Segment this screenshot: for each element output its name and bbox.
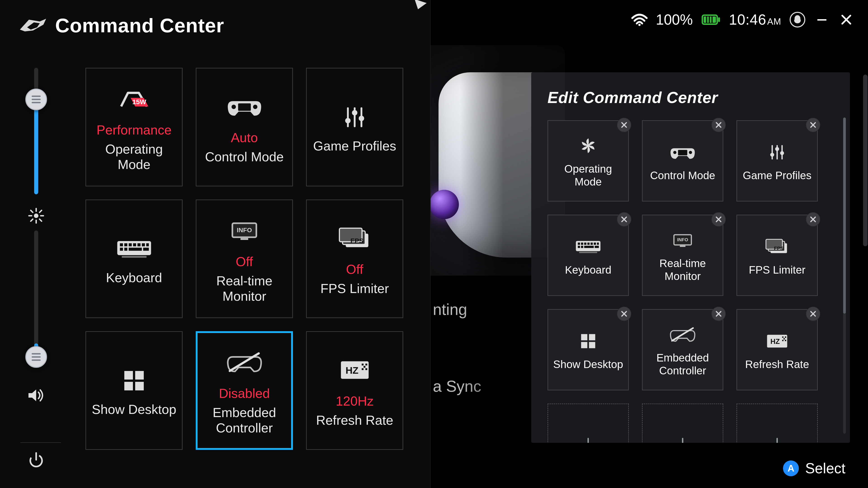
volume-slider-track[interactable]: [34, 230, 38, 357]
edit-tile-label: Keyboard: [565, 264, 611, 276]
minimize-button[interactable]: [814, 11, 830, 28]
edit-tile-label: Control Mode: [650, 169, 715, 182]
svg-rect-52: [124, 382, 133, 390]
svg-rect-93: [589, 334, 595, 340]
sliders-icon: [768, 140, 786, 165]
svg-rect-100: [785, 336, 786, 338]
svg-rect-37: [146, 243, 149, 247]
tile-fps-limiter[interactable]: FPS Off FPS Limiter: [306, 199, 403, 318]
side-rail: [23, 68, 50, 461]
svg-line-17: [31, 219, 33, 221]
desktop-icon: [122, 364, 147, 398]
edit-tile-show-desktop[interactable]: Show Desktop: [548, 309, 629, 390]
add-tile-slot[interactable]: [737, 403, 818, 443]
edit-tile-operating-mode[interactable]: Operating Mode: [548, 120, 629, 201]
remove-tile-button[interactable]: [711, 212, 726, 227]
tile-embedded-controller[interactable]: Disabled Embedded Controller: [196, 331, 293, 450]
svg-text:HZ: HZ: [345, 365, 358, 376]
remove-tile-button[interactable]: [711, 306, 726, 321]
svg-rect-74: [581, 242, 583, 245]
brightness-slider-knob[interactable]: [25, 89, 47, 110]
remove-tile-button[interactable]: [617, 306, 631, 321]
svg-point-70: [775, 147, 779, 151]
svg-rect-45: [241, 238, 248, 240]
page-scrollbar[interactable]: [863, 74, 868, 246]
svg-rect-73: [578, 242, 580, 245]
remove-tile-button[interactable]: [806, 306, 820, 321]
svg-rect-51: [135, 371, 144, 380]
edit-tile-label: FPS Limiter: [749, 264, 806, 276]
hz-icon: HZ: [339, 353, 371, 387]
svg-rect-3: [718, 18, 720, 22]
tile-realtime-monitor[interactable]: INFO Off Real-time Monitor: [196, 199, 293, 318]
rail-divider: [20, 442, 61, 443]
tile-show-desktop[interactable]: Show Desktop: [86, 331, 183, 450]
brightness-slider-track[interactable]: [34, 68, 38, 194]
svg-rect-78: [594, 242, 596, 245]
svg-line-54: [230, 353, 258, 371]
panel-collapse-arrow-icon[interactable]: [412, 0, 427, 11]
add-tile-slot[interactable]: [548, 403, 629, 443]
tile-label: Keyboard: [106, 270, 162, 285]
power-button[interactable]: [26, 450, 46, 470]
tile-value: Auto: [231, 130, 258, 145]
svg-rect-60: [362, 368, 364, 370]
edit-grid: Operating Mode Control Mode Game Profile…: [548, 120, 834, 443]
volume-slider-knob[interactable]: [25, 346, 47, 368]
svg-rect-87: [680, 246, 686, 247]
svg-text:FPS: FPS: [350, 237, 364, 245]
tile-operating-mode[interactable]: 15W Performance Operating Mode: [86, 68, 183, 186]
wifi-icon: [631, 13, 648, 26]
svg-point-27: [345, 118, 350, 123]
edit-tile-realtime-monitor[interactable]: INFO Real-time Monitor: [642, 215, 723, 296]
tile-label: Show Desktop: [92, 402, 176, 417]
tiles-grid: 15W Performance Operating Mode Auto Cont…: [86, 68, 403, 450]
profile-icon[interactable]: [789, 11, 806, 28]
svg-rect-83: [595, 246, 599, 248]
embedded-icon: [226, 346, 263, 379]
svg-rect-79: [597, 242, 599, 245]
tile-refresh-rate[interactable]: HZ 120Hz Refresh Rate: [306, 331, 403, 450]
edit-tile-label: Refresh Rate: [745, 358, 809, 371]
keyboard-icon: [575, 234, 602, 259]
edit-panel-scrollbar[interactable]: [843, 118, 846, 434]
svg-text:INFO: INFO: [237, 227, 252, 234]
svg-rect-75: [584, 242, 586, 245]
add-tile-slot[interactable]: [642, 403, 723, 443]
tile-value: Performance: [96, 122, 172, 137]
svg-rect-82: [584, 246, 594, 248]
edit-tile-keyboard[interactable]: Keyboard: [548, 215, 629, 296]
svg-rect-76: [587, 242, 590, 245]
svg-rect-84: [579, 252, 597, 253]
remove-tile-button[interactable]: [806, 212, 820, 227]
remove-tile-button[interactable]: [711, 118, 726, 132]
tile-game-profiles[interactable]: Game Profiles: [306, 68, 403, 186]
remove-tile-button[interactable]: [617, 118, 631, 132]
svg-point-64: [673, 151, 676, 154]
edit-panel-title: Edit Command Center: [548, 89, 834, 107]
svg-rect-33: [129, 243, 132, 247]
svg-text:15W: 15W: [132, 98, 146, 105]
tile-keyboard[interactable]: Keyboard: [86, 199, 183, 318]
status-bar: 100% 10:46AM: [631, 11, 855, 28]
close-button[interactable]: [838, 11, 855, 28]
svg-line-14: [31, 210, 33, 213]
edit-tile-game-profiles[interactable]: Game Profiles: [737, 120, 818, 201]
fan-icon: [579, 133, 597, 158]
edit-tile-fps-limiter[interactable]: FPS FPS Limiter: [737, 215, 818, 296]
svg-rect-34: [133, 243, 136, 247]
svg-rect-38: [120, 248, 123, 251]
tile-label: FPS Limiter: [320, 281, 389, 296]
volume-icon: [27, 386, 45, 404]
edit-tile-refresh-rate[interactable]: HZ Refresh Rate: [737, 309, 818, 390]
svg-rect-92: [581, 334, 587, 340]
tile-control-mode[interactable]: Auto Control Mode: [196, 68, 293, 186]
edit-tile-control-mode[interactable]: Control Mode: [642, 120, 723, 201]
svg-rect-42: [122, 256, 147, 258]
remove-tile-button[interactable]: [806, 118, 820, 132]
edit-tile-embedded-controller[interactable]: Embedded Controller: [642, 309, 723, 390]
brightness-icon: [27, 207, 45, 225]
remove-tile-button[interactable]: [617, 212, 631, 227]
svg-rect-5: [709, 17, 710, 23]
svg-rect-53: [135, 382, 144, 390]
